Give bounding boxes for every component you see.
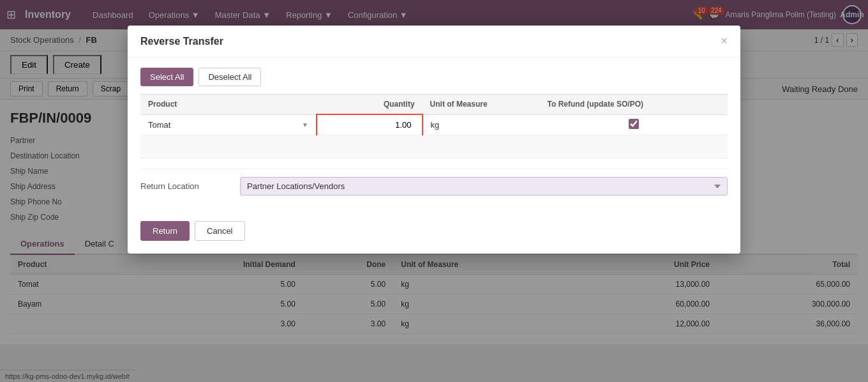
modal-table-row: Tomat ▼ kg [140, 114, 728, 135]
quantity-input[interactable] [325, 119, 414, 131]
modal-row-uom: kg [423, 114, 540, 135]
chevron-down-icon: ▼ [302, 121, 308, 128]
modal-close-button[interactable]: × [721, 34, 728, 48]
modal-table: Product Quantity Unit of Measure To Refu… [140, 94, 728, 158]
product-select[interactable]: Tomat [148, 120, 299, 130]
modal-body: Select All Deselect All Product Quantity… [128, 57, 740, 216]
deselect-all-button[interactable]: Deselect All [198, 68, 261, 86]
modal-top-actions: Select All Deselect All [140, 68, 728, 86]
modal-header: Reverse Transfer × [128, 26, 740, 57]
select-all-button[interactable]: Select All [140, 68, 193, 86]
modal-overlay: Reverse Transfer × Select All Deselect A… [0, 0, 868, 344]
modal-footer: Return Cancel [128, 216, 740, 254]
refund-checkbox[interactable] [629, 119, 639, 129]
modal-title: Reverse Transfer [140, 36, 223, 47]
return-location-row: Return Location Partner Locations/Vendor… [140, 177, 728, 195]
return-location-select[interactable]: Partner Locations/Vendors WH/Input WH/St… [240, 177, 728, 195]
return-location-label: Return Location [140, 181, 230, 191]
modal-row-product: Tomat ▼ [140, 114, 317, 135]
modal-col-quantity: Quantity [317, 95, 423, 115]
modal-col-product: Product [140, 95, 317, 115]
modal-table-empty-row [140, 135, 728, 158]
modal-return-button[interactable]: Return [140, 221, 190, 241]
modal-row-refund [540, 114, 728, 135]
modal-col-refund: To Refund (update SO/PO) [540, 95, 728, 115]
reverse-transfer-modal: Reverse Transfer × Select All Deselect A… [128, 26, 740, 254]
modal-row-quantity [317, 114, 423, 135]
modal-cancel-button[interactable]: Cancel [195, 221, 244, 241]
modal-col-uom: Unit of Measure [423, 95, 540, 115]
